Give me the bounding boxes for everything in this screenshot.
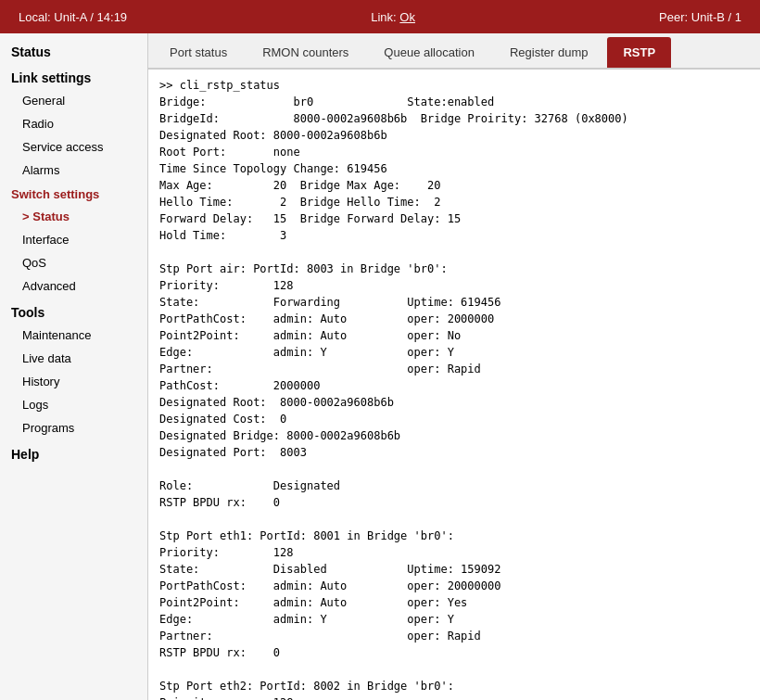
- tab-register-dump[interactable]: Register dump: [494, 37, 604, 68]
- tab-port-status[interactable]: Port status: [154, 37, 243, 68]
- tab-rmon-counters[interactable]: RMON counters: [247, 37, 364, 68]
- sidebar-item-radio[interactable]: Radio: [0, 112, 147, 135]
- header-link: Link: Ok: [371, 10, 415, 24]
- sidebar-item-alarms[interactable]: Alarms: [0, 159, 147, 182]
- sidebar-item-history[interactable]: History: [0, 370, 147, 393]
- tab-rstp[interactable]: RSTP: [607, 37, 671, 68]
- output-content: >> cli_rstp_status Bridge: br0 State:ena…: [159, 77, 749, 700]
- output-area[interactable]: >> cli_rstp_status Bridge: br0 State:ena…: [148, 70, 760, 700]
- header-link-value[interactable]: Ok: [399, 10, 415, 24]
- header-peer-value: Unit-B / 1: [691, 10, 741, 24]
- sidebar-section-switch-settings[interactable]: Switch settings: [0, 182, 147, 205]
- sidebar-section-status: Status: [0, 37, 147, 63]
- sidebar-section-help: Help: [0, 439, 147, 465]
- content-area: Port status RMON counters Queue allocati…: [148, 33, 760, 700]
- sidebar-item-maintenance[interactable]: Maintenance: [0, 324, 147, 347]
- header-local: Local: Unit-A / 14:19: [19, 10, 127, 24]
- main-layout: Status Link settings General Radio Servi…: [0, 33, 760, 700]
- sidebar-section-link-settings[interactable]: Link settings: [0, 63, 147, 89]
- header-bar: Local: Unit-A / 14:19 Link: Ok Peer: Uni…: [0, 0, 760, 33]
- sidebar-item-logs[interactable]: Logs: [0, 393, 147, 416]
- header-peer-label: Peer:: [659, 10, 688, 24]
- header-link-label: Link:: [371, 10, 396, 24]
- sidebar-item-programs[interactable]: Programs: [0, 416, 147, 439]
- sidebar-item-advanced[interactable]: Advanced: [0, 274, 147, 298]
- sidebar-item-interface[interactable]: Interface: [0, 228, 147, 251]
- sidebar-item-status[interactable]: Status: [0, 205, 147, 228]
- sidebar-section-tools: Tools: [0, 298, 147, 324]
- header-peer: Peer: Unit-B / 1: [659, 10, 741, 24]
- sidebar-item-qos[interactable]: QoS: [0, 251, 147, 274]
- sidebar: Status Link settings General Radio Servi…: [0, 33, 148, 700]
- sidebar-item-general[interactable]: General: [0, 89, 147, 112]
- sidebar-item-service-access[interactable]: Service access: [0, 135, 147, 159]
- header-local-value: Unit-A / 14:19: [54, 10, 127, 24]
- sidebar-item-live-data[interactable]: Live data: [0, 347, 147, 370]
- tab-bar: Port status RMON counters Queue allocati…: [148, 33, 760, 70]
- tab-queue-allocation[interactable]: Queue allocation: [368, 37, 490, 68]
- header-local-label: Local:: [19, 10, 51, 24]
